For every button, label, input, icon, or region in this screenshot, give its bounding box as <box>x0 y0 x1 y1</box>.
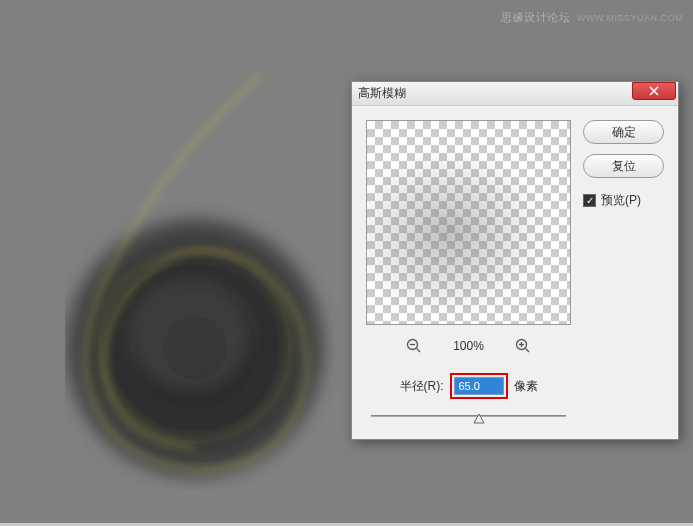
dialog-titlebar[interactable]: 高斯模糊 <box>352 82 678 106</box>
svg-line-7 <box>525 349 529 353</box>
canvas-area <box>0 0 350 526</box>
radius-input-highlight <box>450 373 508 399</box>
dialog-body: 100% 半径(R): 像素 <box>352 106 678 439</box>
preview-checkbox-row[interactable]: ✓ 预览(P) <box>583 192 664 209</box>
watermark: 思缘设计论坛 WWW.MISSYUAN.COM <box>501 10 683 25</box>
reset-button[interactable]: 复位 <box>583 154 664 178</box>
check-icon: ✓ <box>586 195 594 206</box>
close-icon <box>649 86 659 96</box>
svg-marker-10 <box>474 414 484 423</box>
slider-track <box>371 415 566 417</box>
radius-unit-label: 像素 <box>514 378 538 395</box>
preview-checkbox-label: 预览(P) <box>601 192 641 209</box>
zoom-percent-label: 100% <box>453 339 484 353</box>
close-button[interactable] <box>632 82 676 100</box>
ok-button[interactable]: 确定 <box>583 120 664 144</box>
watermark-url: WWW.MISSYUAN.COM <box>577 13 683 23</box>
zoom-out-button[interactable] <box>405 337 423 355</box>
radius-input[interactable] <box>454 377 504 395</box>
reset-button-label: 复位 <box>612 158 636 175</box>
preview-blur-overlay <box>367 121 570 324</box>
slider-thumb[interactable] <box>473 411 485 423</box>
zoom-out-icon <box>406 338 422 354</box>
ok-button-label: 确定 <box>612 124 636 141</box>
preview-section: 100% 半径(R): 像素 <box>366 120 571 425</box>
dialog-title: 高斯模糊 <box>358 85 406 102</box>
zoom-in-button[interactable] <box>514 337 532 355</box>
radius-label: 半径(R): <box>400 378 444 395</box>
radius-row: 半径(R): 像素 <box>366 373 571 399</box>
svg-point-2 <box>130 280 250 390</box>
artwork-six-shape <box>65 70 345 494</box>
dialog-button-panel: 确定 复位 ✓ 预览(P) <box>583 120 664 425</box>
slider-thumb-icon <box>473 413 485 425</box>
zoom-in-icon <box>515 338 531 354</box>
watermark-text: 思缘设计论坛 <box>501 11 570 23</box>
radius-slider[interactable] <box>366 409 571 425</box>
zoom-controls: 100% <box>366 337 571 355</box>
gaussian-blur-dialog: 高斯模糊 100% <box>351 81 679 440</box>
svg-line-4 <box>417 349 421 353</box>
preview-image[interactable] <box>366 120 571 325</box>
preview-checkbox[interactable]: ✓ <box>583 194 596 207</box>
